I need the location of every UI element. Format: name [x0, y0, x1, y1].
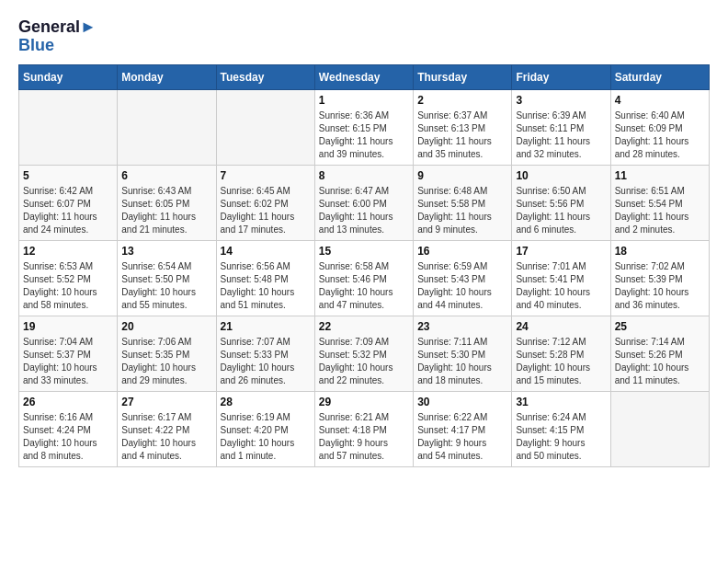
day-number: 24: [516, 320, 606, 333]
day-number: 2: [417, 94, 507, 107]
day-number: 7: [221, 169, 311, 182]
day-number: 31: [516, 396, 606, 408]
day-number: 30: [417, 396, 507, 408]
day-number: 6: [121, 169, 211, 182]
day-info: Sunrise: 7:07 AMSunset: 5:33 PMDaylight:…: [221, 336, 311, 387]
weekday-header-saturday: Saturday: [610, 64, 709, 89]
day-number: 26: [23, 396, 113, 408]
day-info: Sunrise: 6:39 AMSunset: 6:11 PMDaylight:…: [516, 109, 606, 161]
day-info: Sunrise: 7:04 AMSunset: 5:37 PMDaylight:…: [23, 336, 113, 387]
calendar-cell: 22Sunrise: 7:09 AMSunset: 5:32 PMDayligh…: [314, 316, 413, 391]
day-info: Sunrise: 6:56 AMSunset: 5:48 PMDaylight:…: [221, 260, 311, 312]
day-number: 8: [319, 169, 409, 182]
day-number: 29: [319, 396, 409, 408]
calendar-cell: 6Sunrise: 6:43 AMSunset: 6:05 PMDaylight…: [118, 165, 216, 240]
day-number: 21: [221, 320, 311, 333]
day-number: 10: [516, 169, 606, 182]
day-info: Sunrise: 6:54 AMSunset: 5:50 PMDaylight:…: [121, 260, 211, 312]
calendar-week-1: 1Sunrise: 6:36 AMSunset: 6:15 PMDaylight…: [19, 89, 710, 165]
day-number: 28: [221, 396, 311, 408]
calendar-week-5: 26Sunrise: 6:16 AMSunset: 4:24 PMDayligh…: [19, 391, 710, 466]
day-info: Sunrise: 6:50 AMSunset: 5:56 PMDaylight:…: [516, 185, 606, 236]
calendar-cell: 8Sunrise: 6:47 AMSunset: 6:00 PMDaylight…: [314, 165, 413, 240]
calendar-cell: 24Sunrise: 7:12 AMSunset: 5:28 PMDayligh…: [512, 316, 610, 391]
day-number: 27: [121, 396, 211, 408]
day-number: 25: [615, 320, 705, 333]
calendar-header-row: SundayMondayTuesdayWednesdayThursdayFrid…: [19, 64, 710, 89]
day-info: Sunrise: 7:06 AMSunset: 5:35 PMDaylight:…: [121, 336, 211, 387]
day-info: Sunrise: 7:02 AMSunset: 5:39 PMDaylight:…: [615, 260, 705, 312]
calendar-week-4: 19Sunrise: 7:04 AMSunset: 5:37 PMDayligh…: [19, 316, 710, 391]
day-number: 17: [516, 245, 606, 258]
weekday-header-wednesday: Wednesday: [314, 64, 413, 89]
day-info: Sunrise: 6:59 AMSunset: 5:43 PMDaylight:…: [417, 260, 507, 312]
calendar-cell: 21Sunrise: 7:07 AMSunset: 5:33 PMDayligh…: [216, 316, 314, 391]
day-info: Sunrise: 7:14 AMSunset: 5:26 PMDaylight:…: [615, 336, 705, 387]
day-info: Sunrise: 6:53 AMSunset: 5:52 PMDaylight:…: [23, 260, 113, 312]
day-number: 22: [319, 320, 409, 333]
calendar-week-2: 5Sunrise: 6:42 AMSunset: 6:07 PMDaylight…: [19, 165, 710, 240]
calendar-cell: 7Sunrise: 6:45 AMSunset: 6:02 PMDaylight…: [216, 165, 314, 240]
day-info: Sunrise: 6:36 AMSunset: 6:15 PMDaylight:…: [319, 109, 409, 161]
calendar-cell: 30Sunrise: 6:22 AMSunset: 4:17 PMDayligh…: [414, 391, 512, 466]
day-number: 9: [417, 169, 507, 182]
logo-text-line1: General►: [18, 18, 97, 37]
calendar-cell: [19, 89, 118, 165]
calendar-cell: 12Sunrise: 6:53 AMSunset: 5:52 PMDayligh…: [19, 240, 118, 316]
day-number: 20: [121, 320, 211, 333]
calendar-cell: 17Sunrise: 7:01 AMSunset: 5:41 PMDayligh…: [512, 240, 610, 316]
calendar-cell: 4Sunrise: 6:40 AMSunset: 6:09 PMDaylight…: [610, 89, 709, 165]
calendar-table: SundayMondayTuesdayWednesdayThursdayFrid…: [18, 64, 710, 467]
calendar-cell: 25Sunrise: 7:14 AMSunset: 5:26 PMDayligh…: [610, 316, 709, 391]
weekday-header-sunday: Sunday: [19, 64, 118, 89]
day-number: 3: [516, 94, 606, 107]
day-info: Sunrise: 6:37 AMSunset: 6:13 PMDaylight:…: [417, 109, 507, 161]
day-info: Sunrise: 7:01 AMSunset: 5:41 PMDaylight:…: [516, 260, 606, 312]
calendar-cell: 23Sunrise: 7:11 AMSunset: 5:30 PMDayligh…: [414, 316, 512, 391]
calendar-cell: 29Sunrise: 6:21 AMSunset: 4:18 PMDayligh…: [314, 391, 413, 466]
day-number: 16: [417, 245, 507, 258]
day-info: Sunrise: 6:19 AMSunset: 4:20 PMDaylight:…: [221, 411, 311, 463]
weekday-header-monday: Monday: [118, 64, 216, 89]
calendar-cell: [118, 89, 216, 165]
calendar-week-3: 12Sunrise: 6:53 AMSunset: 5:52 PMDayligh…: [19, 240, 710, 316]
day-info: Sunrise: 6:21 AMSunset: 4:18 PMDaylight:…: [319, 411, 409, 463]
calendar-cell: 14Sunrise: 6:56 AMSunset: 5:48 PMDayligh…: [216, 240, 314, 316]
calendar-cell: 18Sunrise: 7:02 AMSunset: 5:39 PMDayligh…: [610, 240, 709, 316]
day-number: 1: [319, 94, 409, 107]
day-info: Sunrise: 6:51 AMSunset: 5:54 PMDaylight:…: [615, 185, 705, 236]
calendar-cell: [216, 89, 314, 165]
day-info: Sunrise: 6:16 AMSunset: 4:24 PMDaylight:…: [23, 411, 113, 463]
day-number: 19: [23, 320, 113, 333]
day-info: Sunrise: 6:58 AMSunset: 5:46 PMDaylight:…: [319, 260, 409, 312]
day-number: 11: [615, 169, 705, 182]
day-number: 12: [23, 245, 113, 258]
day-number: 23: [417, 320, 507, 333]
day-number: 15: [319, 245, 409, 258]
calendar-cell: 5Sunrise: 6:42 AMSunset: 6:07 PMDaylight…: [19, 165, 118, 240]
calendar-cell: 31Sunrise: 6:24 AMSunset: 4:15 PMDayligh…: [512, 391, 610, 466]
day-number: 5: [23, 169, 113, 182]
calendar-cell: 19Sunrise: 7:04 AMSunset: 5:37 PMDayligh…: [19, 316, 118, 391]
day-info: Sunrise: 6:42 AMSunset: 6:07 PMDaylight:…: [23, 185, 113, 236]
day-info: Sunrise: 7:11 AMSunset: 5:30 PMDaylight:…: [417, 336, 507, 387]
calendar-cell: 11Sunrise: 6:51 AMSunset: 5:54 PMDayligh…: [610, 165, 709, 240]
calendar-cell: 28Sunrise: 6:19 AMSunset: 4:20 PMDayligh…: [216, 391, 314, 466]
calendar-cell: 20Sunrise: 7:06 AMSunset: 5:35 PMDayligh…: [118, 316, 216, 391]
calendar-cell: 26Sunrise: 6:16 AMSunset: 4:24 PMDayligh…: [19, 391, 118, 466]
day-info: Sunrise: 6:48 AMSunset: 5:58 PMDaylight:…: [417, 185, 507, 236]
day-info: Sunrise: 6:47 AMSunset: 6:00 PMDaylight:…: [319, 185, 409, 236]
calendar-cell: 10Sunrise: 6:50 AMSunset: 5:56 PMDayligh…: [512, 165, 610, 240]
calendar-cell: 2Sunrise: 6:37 AMSunset: 6:13 PMDaylight…: [414, 89, 512, 165]
weekday-header-tuesday: Tuesday: [216, 64, 314, 89]
calendar-cell: 1Sunrise: 6:36 AMSunset: 6:15 PMDaylight…: [314, 89, 413, 165]
day-info: Sunrise: 6:22 AMSunset: 4:17 PMDaylight:…: [417, 411, 507, 463]
day-info: Sunrise: 6:17 AMSunset: 4:22 PMDaylight:…: [121, 411, 211, 463]
day-info: Sunrise: 7:12 AMSunset: 5:28 PMDaylight:…: [516, 336, 606, 387]
day-number: 4: [615, 94, 705, 107]
day-info: Sunrise: 7:09 AMSunset: 5:32 PMDaylight:…: [319, 336, 409, 387]
page-header: General► Blue: [18, 18, 710, 55]
day-info: Sunrise: 6:45 AMSunset: 6:02 PMDaylight:…: [221, 185, 311, 236]
calendar-cell: 27Sunrise: 6:17 AMSunset: 4:22 PMDayligh…: [118, 391, 216, 466]
weekday-header-thursday: Thursday: [414, 64, 512, 89]
